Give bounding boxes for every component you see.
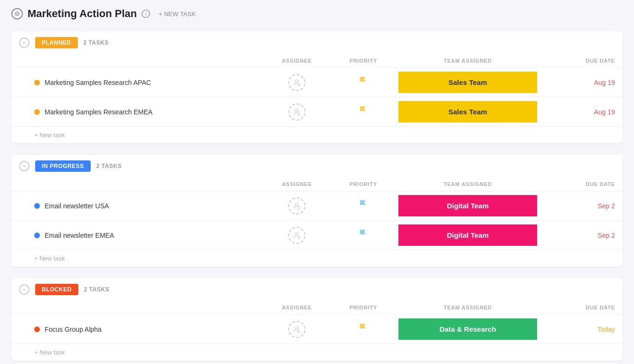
assignee-cell xyxy=(264,197,330,215)
table-row: Focus Group Alpha Data & ResearchToday xyxy=(11,314,623,344)
col-header-priority: PRIORITY xyxy=(330,181,397,187)
col-header-team: TEAM ASSIGNED xyxy=(397,305,539,310)
priority-cell xyxy=(330,106,397,118)
task-status-dot xyxy=(34,109,40,115)
task-name-cell: Email newsletter USA xyxy=(34,202,264,210)
svg-point-7 xyxy=(295,233,298,235)
avatar[interactable] xyxy=(288,103,305,121)
avatar[interactable] xyxy=(288,197,305,215)
task-name-label[interactable]: Email newsletter USA xyxy=(45,202,109,210)
task-status-dot xyxy=(34,233,40,238)
section-header-blocked: BLOCKED2 TASKS xyxy=(11,278,623,301)
task-name-cell: Marketing Samples Research EMEA xyxy=(34,108,264,116)
team-badge[interactable]: Sales Team xyxy=(398,72,537,93)
svg-point-1 xyxy=(295,80,298,83)
task-status-dot xyxy=(34,327,40,332)
status-badge-inprogress: IN PROGRESS xyxy=(35,160,91,172)
section-inprogress: IN PROGRESS2 TASKSASSIGNEEPRIORITYTEAM A… xyxy=(11,155,623,267)
column-headers-planned: ASSIGNEEPRIORITYTEAM ASSIGNEDDUE DATE xyxy=(11,54,623,67)
priority-flag-icon[interactable] xyxy=(359,106,368,118)
collapse-button-inprogress[interactable] xyxy=(19,161,29,171)
section-header-inprogress: IN PROGRESS2 TASKS xyxy=(11,155,623,177)
avatar[interactable] xyxy=(288,74,305,91)
task-count-blocked: 2 TASKS xyxy=(84,286,109,293)
task-count-planned: 2 TASKS xyxy=(84,39,109,46)
priority-flag-icon[interactable] xyxy=(359,229,368,241)
assignee-cell xyxy=(264,227,330,244)
task-name-cell: Email newsletter EMEA xyxy=(34,232,264,239)
table-row: Email newsletter EMEA Digital TeamSep 2 xyxy=(11,220,623,250)
add-new-task-button[interactable]: + New task xyxy=(11,250,623,267)
section-planned: PLANNED2 TASKSASSIGNEEPRIORITYTEAM ASSIG… xyxy=(11,31,623,143)
col-header-priority: PRIORITY xyxy=(330,305,397,310)
svg-point-9 xyxy=(295,327,298,329)
assignee-cell xyxy=(264,103,330,121)
column-headers-inprogress: ASSIGNEEPRIORITYTEAM ASSIGNEDDUE DATE xyxy=(11,177,623,191)
assignee-cell xyxy=(264,74,330,91)
team-cell: Sales Team xyxy=(397,101,539,122)
status-badge-blocked: BLOCKED xyxy=(35,284,78,295)
team-cell: Digital Team xyxy=(397,224,539,246)
task-name-label[interactable]: Focus Group Alpha xyxy=(45,326,102,333)
col-header-due: DUE DATE xyxy=(539,181,615,187)
due-date-cell: Aug 19 xyxy=(539,79,615,86)
priority-cell xyxy=(330,76,397,88)
add-new-task-button[interactable]: + New task xyxy=(11,344,623,361)
table-row: Marketing Samples Research EMEA Sales Te… xyxy=(11,97,623,126)
avatar[interactable] xyxy=(288,321,305,338)
due-date-cell: Today xyxy=(539,326,615,333)
task-name-label[interactable]: Marketing Samples Research EMEA xyxy=(45,108,152,116)
task-name-cell: Focus Group Alpha xyxy=(34,326,264,333)
team-badge[interactable]: Digital Team xyxy=(398,195,537,216)
due-date-cell: Aug 19 xyxy=(539,108,615,116)
col-header-assignee: ASSIGNEE xyxy=(264,181,330,187)
priority-cell xyxy=(330,229,397,241)
task-status-dot xyxy=(34,80,40,85)
page-collapse-button[interactable] xyxy=(11,8,23,19)
collapse-button-planned[interactable] xyxy=(19,37,29,48)
collapse-button-blocked[interactable] xyxy=(19,284,29,295)
priority-flag-icon[interactable] xyxy=(359,200,368,212)
table-row: Marketing Samples Research APAC Sales Te… xyxy=(11,67,623,97)
priority-cell xyxy=(330,200,397,212)
col-header-task xyxy=(34,305,264,310)
section-blocked: BLOCKED2 TASKSASSIGNEEPRIORITYTEAM ASSIG… xyxy=(11,278,623,361)
svg-point-5 xyxy=(295,203,298,206)
col-header-priority: PRIORITY xyxy=(330,58,397,64)
priority-flag-icon[interactable] xyxy=(359,323,368,335)
team-badge[interactable]: Digital Team xyxy=(398,224,537,246)
task-name-label[interactable]: Email newsletter EMEA xyxy=(45,232,114,239)
team-badge[interactable]: Sales Team xyxy=(398,101,537,122)
page-container: Marketing Action Plan i + NEW TASK PLANN… xyxy=(0,0,634,364)
team-cell: Data & Research xyxy=(397,318,539,340)
task-name-cell: Marketing Samples Research APAC xyxy=(34,79,264,86)
col-header-team: TEAM ASSIGNED xyxy=(397,181,539,187)
col-header-assignee: ASSIGNEE xyxy=(264,58,330,64)
avatar[interactable] xyxy=(288,227,305,244)
info-icon[interactable]: i xyxy=(142,9,150,18)
status-badge-planned: PLANNED xyxy=(35,37,78,48)
col-header-task xyxy=(34,58,264,64)
assignee-cell xyxy=(264,321,330,338)
add-new-task-button[interactable]: + New task xyxy=(11,126,623,143)
new-task-button[interactable]: + NEW TASK xyxy=(155,9,199,19)
col-header-team: TEAM ASSIGNED xyxy=(397,58,539,64)
team-badge[interactable]: Data & Research xyxy=(398,318,537,340)
col-header-due: DUE DATE xyxy=(539,58,615,64)
due-date-cell: Sep 2 xyxy=(539,202,615,210)
col-header-task xyxy=(34,181,264,187)
team-cell: Digital Team xyxy=(397,195,539,216)
column-headers-blocked: ASSIGNEEPRIORITYTEAM ASSIGNEDDUE DATE xyxy=(11,301,623,314)
col-header-assignee: ASSIGNEE xyxy=(264,305,330,310)
page-title: Marketing Action Plan xyxy=(28,8,137,20)
col-header-due: DUE DATE xyxy=(539,305,615,310)
section-header-planned: PLANNED2 TASKS xyxy=(11,31,623,54)
task-name-label[interactable]: Marketing Samples Research APAC xyxy=(45,79,151,86)
table-row: Email newsletter USA Digital TeamSep 2 xyxy=(11,191,623,220)
svg-point-3 xyxy=(295,109,298,112)
priority-cell xyxy=(330,323,397,335)
task-status-dot xyxy=(34,203,40,209)
page-header: Marketing Action Plan i + NEW TASK xyxy=(11,8,623,20)
task-count-inprogress: 2 TASKS xyxy=(96,163,122,169)
priority-flag-icon[interactable] xyxy=(359,76,368,88)
